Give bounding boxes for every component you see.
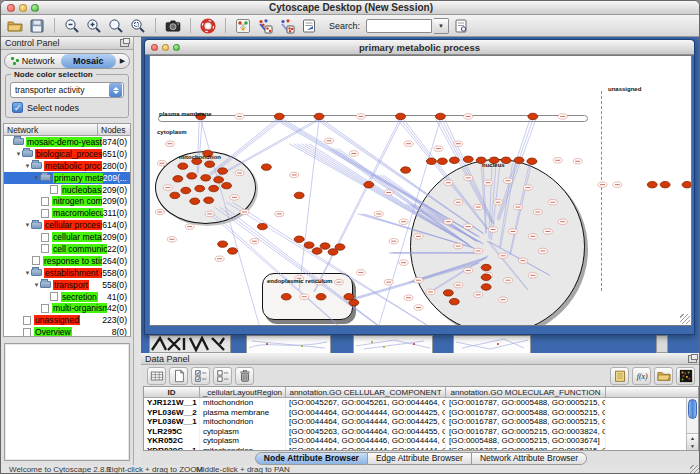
network-node[interactable] [215, 256, 224, 261]
scrollbar-arrows[interactable]: ▲▼ [687, 433, 698, 450]
tree-item[interactable]: ▼cellular process614(0) [4, 219, 130, 231]
table-cell[interactable]: [GO:0016787, GO:0005488, GO:0005215, G..… [446, 408, 606, 418]
table-cell[interactable]: [GO:0005488, GO:0005215, GO:0003674] [446, 436, 606, 446]
background-window-fragment[interactable] [246, 335, 331, 353]
tree-item[interactable]: ▼metabolic process280(0) [4, 160, 130, 172]
search-options-button[interactable] [451, 16, 471, 35]
table-cell[interactable]: [GO:0044464, GO:0044444, GO:0044444, G..… [286, 446, 446, 451]
network-node[interactable] [399, 219, 408, 224]
tree-item-label[interactable]: cell communicat [52, 244, 107, 254]
network-node-selected[interactable] [335, 244, 345, 250]
tree-item[interactable]: ▼establishment of lo558(0) [4, 267, 130, 279]
network-node-selected[interactable] [426, 158, 436, 164]
network-node-selected[interactable] [463, 156, 473, 162]
network-node[interactable] [384, 279, 393, 284]
network-node[interactable] [613, 182, 622, 187]
network-node-selected[interactable] [527, 158, 537, 164]
tree-item[interactable]: ▼transport558(0) [4, 279, 130, 291]
table-cell[interactable]: YJR121W__1 [144, 398, 200, 408]
background-window-fragment[interactable] [149, 335, 231, 353]
zoom-fit-button[interactable] [128, 16, 148, 35]
tree-column-nodes[interactable]: Nodes [98, 124, 130, 135]
help-button[interactable] [198, 16, 218, 35]
notepad-button[interactable] [610, 367, 629, 385]
table-cell[interactable]: [GO:0016787, GO:0005488, GO:0005215, G..… [446, 446, 606, 451]
network-node[interactable] [165, 141, 174, 146]
tab-edge-attribute-browser[interactable]: Edge Attribute Browser [368, 452, 472, 465]
tree-item[interactable]: cell communicat22(0) [4, 243, 130, 255]
network-node-selected[interactable] [682, 181, 692, 187]
tree-item-label[interactable]: nitrogen compo [52, 196, 102, 206]
table-cell[interactable]: mitochondrion [200, 417, 286, 427]
table-scrollbar[interactable]: ▲▼ [686, 398, 698, 449]
search-dropdown-button[interactable]: ▼ [434, 18, 449, 34]
network-node[interactable] [384, 190, 393, 195]
unselect-attributes-button[interactable] [213, 367, 232, 385]
network-node-selected[interactable] [228, 248, 238, 254]
column-cellular-component[interactable]: annotation.GO CELLULAR_COMPONENT [286, 387, 446, 397]
tree-item-label[interactable]: macromolecule [52, 208, 103, 218]
attribute-select-button[interactable] [147, 367, 166, 385]
table-cell[interactable]: cytoplasm [200, 427, 286, 437]
import-network-a-button[interactable] [255, 16, 275, 35]
table-row[interactable]: YKR052Ccytoplasm[GO:0044464, GO:0044446,… [144, 436, 698, 446]
network-node[interactable] [325, 138, 334, 143]
search-input[interactable] [366, 19, 432, 33]
table-row[interactable]: YLR295Ccytoplasm[GO:0045263, GO:0044464,… [144, 427, 698, 437]
tree-item-label[interactable]: response to stimulu [43, 256, 102, 266]
table-cell[interactable]: cytoplasm [200, 436, 286, 446]
network-node[interactable] [434, 146, 443, 151]
network-node-selected[interactable] [320, 243, 330, 249]
delete-attribute-button[interactable] [235, 367, 254, 385]
tree-item[interactable]: response to stimulu264(0) [4, 255, 130, 267]
tree-item-label[interactable]: multi-organism pro [52, 303, 107, 313]
view-resize-grip[interactable] [680, 314, 690, 324]
table-row[interactable]: YPL036W__2plasma membrane[GO:0044464, GO… [144, 408, 698, 418]
network-node-selected[interactable] [401, 167, 411, 173]
table-cell[interactable]: [GO:0016787, GO:0005215, GO:0003824, G..… [446, 427, 606, 437]
table-cell[interactable]: [GO:0044464, GO:0044446, GO:0044444, G..… [286, 436, 446, 446]
node-color-dropdown[interactable]: transporter activity [10, 82, 124, 98]
create-attribute-button[interactable] [169, 367, 188, 385]
network-view-window[interactable]: primary metabolic process plasma membran… [144, 39, 695, 335]
region-mitochondrion[interactable] [155, 151, 256, 224]
import-attributes-button[interactable] [654, 367, 673, 385]
network-node[interactable] [414, 305, 423, 310]
expand-arrow-icon[interactable]: ▼ [33, 175, 40, 181]
zoom-in-button[interactable] [84, 16, 104, 35]
network-node-selected[interactable] [647, 181, 657, 187]
tree-item-label[interactable]: cellular process [44, 220, 102, 230]
table-cell[interactable]: YPL036W__1 [144, 417, 200, 427]
tab-network[interactable]: Network [5, 54, 61, 68]
annotation-button[interactable] [299, 16, 319, 35]
network-node-selected[interactable] [304, 242, 314, 248]
network-node-selected[interactable] [261, 164, 271, 170]
network-node[interactable] [185, 224, 194, 229]
tree-item[interactable]: mosaic-demo-yeast874(0) [4, 136, 130, 148]
zoom-out-button[interactable] [62, 16, 82, 35]
network-node[interactable] [454, 141, 463, 146]
expand-arrow-icon[interactable]: ▼ [24, 270, 31, 276]
network-node[interactable] [553, 158, 562, 163]
network-node[interactable] [167, 237, 176, 242]
expand-arrow-icon[interactable]: ▼ [15, 151, 22, 157]
table-cell[interactable]: [GO:0044464, GO:0044444, GO:0044425, G..… [286, 408, 446, 418]
tree-item[interactable]: nitrogen compo209(0) [4, 195, 130, 207]
tree-item[interactable]: ▼primary metabol209(... [4, 172, 130, 184]
tree-item[interactable]: secretion41(0) [4, 291, 130, 303]
expand-arrow-icon[interactable]: ▼ [24, 222, 31, 228]
tree-item-label[interactable]: establishment of lo [44, 268, 102, 278]
network-node-selected[interactable] [218, 241, 228, 247]
table-cell[interactable]: [GO:0016787, GO:0005488, GO:0005215, G..… [446, 417, 606, 427]
tab-mosaic[interactable]: Mosaic [61, 54, 117, 68]
tree-item[interactable]: Overview8(0) [4, 326, 130, 337]
network-node[interactable] [399, 260, 408, 265]
table-row[interactable]: YJR121W__1mitochondrion[GO:0045267, GO:0… [144, 398, 698, 408]
snapshot-button[interactable] [163, 16, 183, 35]
network-overview-button[interactable] [233, 16, 253, 35]
network-node-selected[interactable] [312, 248, 322, 254]
network-node-selected[interactable] [294, 192, 304, 198]
float-panel-icon[interactable] [120, 39, 129, 47]
float-panel-icon[interactable] [688, 355, 697, 363]
tab-network-attribute-browser[interactable]: Network Attribute Browser [472, 452, 587, 465]
